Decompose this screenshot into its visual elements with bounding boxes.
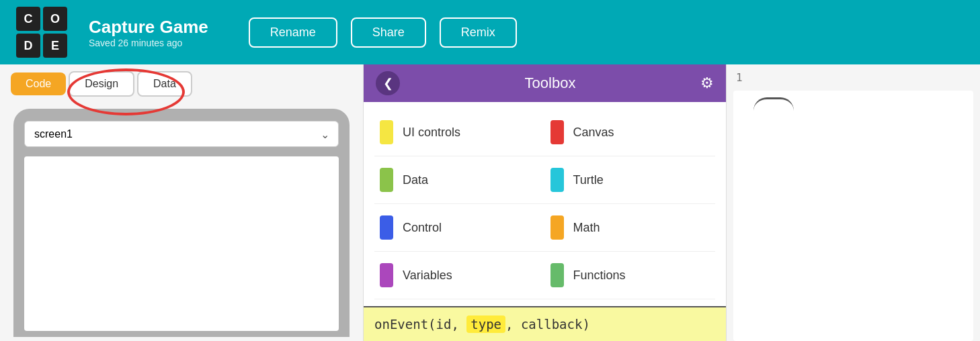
ui-controls-color bbox=[380, 120, 393, 144]
turtle-label: Turtle bbox=[573, 173, 604, 187]
category-math[interactable]: Math bbox=[545, 204, 716, 252]
gear-icon: ⚙ bbox=[700, 75, 714, 91]
share-button[interactable]: Share bbox=[351, 17, 426, 48]
toolbox-header: ❮ Toolbox ⚙ bbox=[364, 64, 726, 102]
canvas-color bbox=[550, 120, 564, 144]
code-prefix: onEvent(id, bbox=[374, 317, 466, 332]
screen-selector-area: screen1 screen2 ⌄ bbox=[13, 109, 350, 337]
toolbox-back-button[interactable]: ❮ bbox=[376, 71, 400, 95]
variables-label: Variables bbox=[403, 269, 452, 283]
line-numbers: 1 bbox=[727, 64, 980, 91]
type-highlight: type bbox=[466, 315, 505, 333]
data-label: Data bbox=[403, 173, 428, 187]
category-ui-controls[interactable]: UI controls bbox=[374, 109, 545, 156]
right-panel: 1 bbox=[726, 64, 980, 341]
left-panel: Code Design Data screen1 screen2 ⌄ bbox=[0, 64, 363, 341]
category-control[interactable]: Control bbox=[374, 204, 545, 252]
tab-design[interactable]: Design bbox=[69, 71, 134, 97]
chevron-left-icon: ❮ bbox=[383, 76, 393, 91]
functions-label: Functions bbox=[573, 269, 626, 283]
category-canvas[interactable]: Canvas bbox=[545, 109, 716, 156]
toolbox-panel: ❮ Toolbox ⚙ UI controls Canvas bbox=[363, 64, 726, 341]
rename-button[interactable]: Rename bbox=[249, 17, 337, 48]
main-content: Code Design Data screen1 screen2 ⌄ ❮ bbox=[0, 64, 980, 341]
math-color bbox=[550, 215, 564, 240]
tab-bar: Code Design Data bbox=[0, 64, 363, 103]
toolbox-bottom: onEvent(id, type, callback) bbox=[364, 306, 726, 341]
variables-color bbox=[380, 263, 393, 287]
code-suffix: , callback) bbox=[505, 317, 590, 332]
line-number-1: 1 bbox=[736, 71, 743, 84]
logo-o: O bbox=[43, 7, 67, 31]
canvas-label: Canvas bbox=[573, 126, 614, 140]
screen-canvas bbox=[24, 156, 339, 331]
logo-grid: C O D E bbox=[16, 7, 67, 58]
toolbox-title: Toolbox bbox=[400, 75, 700, 92]
math-label: Math bbox=[573, 221, 600, 235]
category-variables[interactable]: Variables bbox=[374, 252, 545, 299]
logo-e: E bbox=[43, 34, 67, 58]
app-title: Capture Game bbox=[89, 17, 208, 38]
control-label: Control bbox=[403, 221, 442, 235]
toolbox-categories: UI controls Canvas Data Turtle bbox=[364, 102, 726, 306]
category-turtle[interactable]: Turtle bbox=[545, 156, 716, 204]
toolbox-gear-button[interactable]: ⚙ bbox=[700, 75, 714, 92]
ui-controls-label: UI controls bbox=[403, 126, 460, 140]
functions-color bbox=[550, 263, 564, 287]
tab-data[interactable]: Data bbox=[137, 71, 192, 97]
app-info: Capture Game Saved 26 minutes ago bbox=[89, 17, 208, 48]
category-data[interactable]: Data bbox=[374, 156, 545, 204]
data-color bbox=[380, 168, 393, 192]
turtle-color bbox=[550, 168, 564, 192]
code-squiggle bbox=[753, 97, 794, 111]
logo-c: C bbox=[16, 7, 40, 31]
screen-dropdown-wrapper: screen1 screen2 ⌄ bbox=[24, 121, 339, 147]
logo-d: D bbox=[16, 34, 40, 58]
tab-code[interactable]: Code bbox=[11, 72, 66, 95]
app-header: C O D E Capture Game Saved 26 minutes ag… bbox=[0, 0, 980, 64]
app-saved-text: Saved 26 minutes ago bbox=[89, 38, 208, 48]
remix-button[interactable]: Remix bbox=[440, 17, 517, 48]
category-functions[interactable]: Functions bbox=[545, 252, 716, 299]
onevent-code: onEvent(id, type, callback) bbox=[374, 317, 590, 332]
code-area[interactable] bbox=[733, 91, 973, 341]
control-color bbox=[380, 215, 393, 240]
screen-dropdown[interactable]: screen1 screen2 bbox=[24, 121, 339, 147]
